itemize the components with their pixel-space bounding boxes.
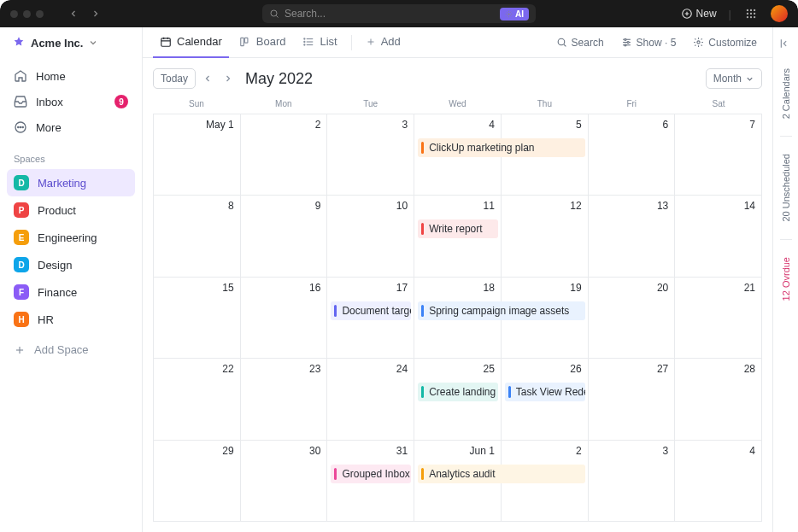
chevron-down-icon bbox=[745, 74, 754, 84]
space-avatar: E bbox=[14, 230, 29, 245]
calendar-header: Today May 2022 Month bbox=[143, 58, 772, 96]
day-number: 25 bbox=[483, 363, 494, 375]
view-search[interactable]: Search bbox=[551, 33, 609, 52]
rail-overdue[interactable]: 12 Ovrdue bbox=[781, 252, 791, 306]
plus-circle-icon bbox=[681, 8, 693, 20]
svg-point-10 bbox=[750, 13, 752, 15]
calendar-event[interactable]: Document target users bbox=[331, 301, 411, 320]
more-icon bbox=[14, 120, 27, 134]
day-number: 20 bbox=[657, 282, 668, 294]
day-number: 19 bbox=[570, 282, 581, 294]
nav-home[interactable]: Home bbox=[7, 63, 135, 89]
tab-list[interactable]: List bbox=[296, 27, 343, 58]
workspace-name: Acme Inc. bbox=[31, 37, 83, 50]
window-controls[interactable] bbox=[10, 10, 44, 18]
tab-add-view[interactable]: Add bbox=[359, 27, 408, 58]
sliders-icon bbox=[621, 37, 632, 48]
nav-forward[interactable] bbox=[86, 4, 105, 23]
global-search[interactable]: Search... AI bbox=[262, 4, 536, 23]
event-color-bar bbox=[421, 305, 424, 317]
ai-badge[interactable]: AI bbox=[500, 8, 529, 20]
day-number: 4 bbox=[489, 119, 495, 131]
space-avatar: D bbox=[14, 257, 29, 272]
spaces-header: Spaces bbox=[0, 143, 142, 169]
svg-point-30 bbox=[304, 38, 305, 38]
event-title: Write report bbox=[429, 223, 482, 235]
day-number: 3 bbox=[402, 119, 408, 131]
svg-point-14 bbox=[754, 16, 755, 18]
day-number: 5 bbox=[576, 119, 582, 131]
new-button[interactable]: New bbox=[681, 8, 717, 20]
day-number: 9 bbox=[315, 200, 321, 212]
day-number: 6 bbox=[663, 119, 669, 131]
day-number: 31 bbox=[396, 445, 408, 457]
rail-unscheduled[interactable]: 20 Unscheduled bbox=[781, 149, 791, 227]
right-rail: 2 Calendars 20 Unscheduled 12 Ovrdue bbox=[772, 27, 798, 532]
svg-point-16 bbox=[18, 126, 19, 127]
nav-inbox[interactable]: Inbox 9 bbox=[7, 89, 135, 114]
tab-calendar[interactable]: Calendar bbox=[153, 27, 229, 58]
day-number: 4 bbox=[749, 445, 755, 457]
view-show[interactable]: Show · 5 bbox=[616, 33, 682, 52]
svg-point-35 bbox=[558, 38, 565, 45]
apps-grid-icon[interactable] bbox=[743, 6, 759, 21]
space-avatar: D bbox=[14, 175, 29, 190]
calendar-event[interactable]: Grouped Inbox Comments bbox=[331, 465, 411, 483]
svg-line-36 bbox=[564, 44, 566, 46]
dow-label: Thu bbox=[501, 96, 588, 114]
calendar-event[interactable]: ClickUp marketing plan bbox=[418, 138, 584, 157]
day-number: 22 bbox=[222, 363, 233, 375]
svg-point-8 bbox=[754, 9, 755, 11]
calendar-event[interactable]: Create landing page bbox=[418, 383, 498, 401]
space-avatar: P bbox=[14, 202, 29, 218]
svg-point-43 bbox=[697, 41, 700, 44]
collapse-rail-icon[interactable] bbox=[779, 38, 793, 51]
close-dot[interactable] bbox=[10, 10, 18, 18]
calendar-event[interactable]: Analytics audit bbox=[418, 465, 584, 483]
view-tabs: Calendar Board List Add Search bbox=[143, 27, 772, 58]
svg-rect-25 bbox=[241, 38, 244, 45]
dow-label: Fri bbox=[588, 96, 675, 114]
space-item-marketing[interactable]: DMarketing bbox=[7, 169, 135, 196]
add-space-button[interactable]: Add Space bbox=[0, 336, 142, 363]
space-item-product[interactable]: PProduct bbox=[7, 196, 135, 224]
space-item-engineering[interactable]: EEngineering bbox=[7, 224, 135, 251]
today-button[interactable]: Today bbox=[153, 68, 196, 89]
max-dot[interactable] bbox=[36, 10, 44, 18]
calendar-icon bbox=[160, 36, 172, 48]
space-label: Marketing bbox=[38, 177, 86, 190]
space-item-hr[interactable]: HHR bbox=[7, 306, 135, 333]
list-icon bbox=[302, 36, 314, 48]
cal-prev[interactable] bbox=[199, 68, 216, 89]
day-number: 14 bbox=[744, 200, 755, 212]
nav-back[interactable] bbox=[64, 4, 83, 23]
event-title: Spring campaign image assets bbox=[429, 305, 569, 317]
svg-point-6 bbox=[747, 9, 748, 11]
tab-board[interactable]: Board bbox=[232, 27, 293, 58]
event-color-bar bbox=[421, 386, 424, 398]
granularity-select[interactable]: Month bbox=[706, 68, 762, 89]
user-avatar[interactable] bbox=[771, 5, 788, 22]
space-label: Engineering bbox=[38, 231, 97, 244]
dow-label: Sat bbox=[675, 96, 762, 114]
view-customize[interactable]: Customize bbox=[688, 33, 762, 52]
event-color-bar bbox=[334, 468, 337, 480]
space-item-design[interactable]: DDesign bbox=[7, 251, 135, 278]
nav-more[interactable]: More bbox=[7, 114, 135, 140]
calendar-event[interactable]: Write report bbox=[418, 219, 498, 238]
calendar-event[interactable]: Spring campaign image assets bbox=[418, 301, 584, 320]
gear-icon bbox=[693, 37, 704, 48]
space-label: Design bbox=[38, 259, 72, 272]
space-item-finance[interactable]: FFinance bbox=[7, 278, 135, 306]
min-dot[interactable] bbox=[23, 10, 31, 18]
workspace-switcher[interactable]: Acme Inc. bbox=[0, 27, 142, 58]
search-icon bbox=[269, 9, 279, 19]
rail-calendars[interactable]: 2 Calendars bbox=[781, 63, 791, 124]
day-number: 10 bbox=[396, 200, 408, 212]
day-number: May 1 bbox=[206, 119, 234, 131]
day-number: 24 bbox=[396, 363, 408, 375]
cal-next[interactable] bbox=[220, 68, 237, 89]
calendar-event[interactable]: Task View Redesign bbox=[505, 383, 585, 401]
svg-point-40 bbox=[624, 38, 625, 40]
sidebar: Acme Inc. Home Inbox 9 More Spaces DMark… bbox=[0, 27, 143, 532]
